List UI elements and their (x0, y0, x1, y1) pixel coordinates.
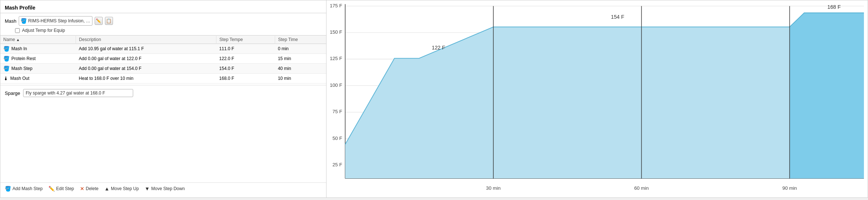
cell-temp-0: 111.0 F (216, 44, 275, 54)
y-label-100: 100 F (330, 82, 342, 88)
row-name-1: Protein Rest (11, 56, 36, 61)
toolbar: 🪣 Add Mash Step ✏️ Edit Step ✕ Delete ▲ … (0, 182, 326, 195)
y-label-175: 175 F (330, 3, 342, 8)
table-row[interactable]: 🪣 Mash Step Add 0.00 gal of water at 154… (0, 64, 326, 74)
adjust-row: Adjust Temp for Equip (0, 27, 326, 35)
row-name-3: Mash Out (10, 76, 29, 81)
left-panel: Mash Profile Mash 🪣 RIMS-HERMS Step Infu… (0, 0, 327, 198)
cell-name-2: 🪣 Mash Step (0, 64, 76, 74)
table-row[interactable]: 🪣 Mash In Add 10.95 gal of water at 115.… (0, 44, 326, 54)
cell-time-0: 0 min (275, 44, 326, 54)
mash-table: Name ▲ Description Step Tempe Step Time … (0, 35, 326, 84)
y-label-25: 25 F (332, 162, 342, 167)
cell-name-3: 🌡 Mash Out (0, 74, 76, 84)
cell-temp-3: 168.0 F (216, 74, 275, 84)
cell-desc-1: Add 0.00 gal of water at 122.0 F (76, 54, 216, 64)
row-icon-2: 🪣 (3, 66, 10, 71)
cell-name-1: 🪣 Protein Rest (0, 54, 76, 64)
x-label-30min: 30 min (486, 185, 501, 191)
sort-arrow-icon: ▲ (16, 38, 20, 42)
edit-step-button[interactable]: ✏️ Edit Step (48, 186, 74, 192)
move-down-icon: ▼ (145, 186, 150, 192)
add-step-icon: 🪣 (5, 186, 11, 192)
table-row[interactable]: 🌡 Mash Out Heat to 168.0 F over 10 min 1… (0, 74, 326, 84)
y-label-75: 75 F (332, 109, 342, 114)
cell-time-1: 15 min (275, 54, 326, 64)
y-label-125: 125 F (330, 56, 342, 61)
move-step-up-button[interactable]: ▲ Move Step Up (104, 186, 139, 192)
cell-desc-2: Add 0.00 gal of water at 154.0 F (76, 64, 216, 74)
annotation-154f: 154 F (611, 14, 624, 20)
cell-time-2: 40 min (275, 64, 326, 74)
delete-button[interactable]: ✕ Delete (80, 186, 99, 192)
sparge-label: Sparge (5, 90, 20, 96)
sparge-input[interactable] (23, 89, 133, 97)
move-up-icon: ▲ (104, 186, 109, 192)
adjust-temp-checkbox[interactable] (15, 28, 20, 33)
sparge-row: Sparge (0, 85, 326, 100)
bucket-icon: 🪣 (21, 18, 27, 24)
row-icon-3: 🌡 (3, 75, 8, 81)
cell-time-3: 10 min (275, 74, 326, 84)
col-step-time: Step Time (275, 36, 326, 44)
cell-desc-0: Add 10.95 gal of water at 115.1 F (76, 44, 216, 54)
col-description: Description (76, 36, 216, 44)
annotation-168f: 168 F (827, 4, 841, 10)
y-label-150: 150 F (330, 29, 342, 35)
mash-chart: 175 F 150 F 125 F 100 F 75 F 50 F 25 F (327, 0, 868, 197)
cell-name-0: 🪣 Mash In (0, 44, 76, 54)
x-label-60min: 60 min (634, 185, 649, 191)
row-name-0: Mash In (11, 46, 27, 51)
chart-mash-out-fill (789, 13, 864, 178)
annotation-122f: 122 F (432, 45, 445, 51)
mash-table-body: 🪣 Mash In Add 10.95 gal of water at 115.… (0, 44, 326, 84)
edit-profile-button[interactable]: ✏️ (95, 17, 103, 25)
chart-fill-area (345, 13, 864, 178)
mash-label: Mash (5, 18, 17, 24)
move-step-down-button[interactable]: ▼ Move Step Down (145, 186, 185, 192)
row-icon-1: 🪣 (3, 56, 10, 62)
col-name[interactable]: Name ▲ (0, 36, 76, 44)
profile-name: RIMS-HERMS Step Infusion, Hefew (28, 18, 91, 23)
view-profile-button[interactable]: 📋 (105, 17, 113, 25)
mash-row: Mash 🪣 RIMS-HERMS Step Infusion, Hefew ✏… (0, 13, 326, 27)
panel-title: Mash Profile (0, 3, 326, 13)
adjust-temp-label: Adjust Temp for Equip (22, 28, 65, 33)
y-label-50: 50 F (332, 136, 342, 141)
row-name-2: Mash Step (11, 66, 32, 71)
col-step-temp: Step Tempe (216, 36, 275, 44)
cell-temp-2: 154.0 F (216, 64, 275, 74)
cell-desc-3: Heat to 168.0 F over 10 min (76, 74, 216, 84)
row-icon-0: 🪣 (3, 46, 10, 52)
cell-temp-1: 122.0 F (216, 54, 275, 64)
table-header-row: Name ▲ Description Step Tempe Step Time (0, 36, 326, 44)
table-row[interactable]: 🪣 Protein Rest Add 0.00 gal of water at … (0, 54, 326, 64)
add-mash-step-button[interactable]: 🪣 Add Mash Step (5, 186, 43, 192)
x-label-90min: 90 min (783, 185, 797, 191)
edit-step-icon: ✏️ (48, 186, 55, 192)
right-panel: 175 F 150 F 125 F 100 F 75 F 50 F 25 F (327, 0, 868, 198)
delete-icon: ✕ (80, 186, 84, 192)
mash-profile-input: 🪣 RIMS-HERMS Step Infusion, Hefew (19, 16, 92, 26)
